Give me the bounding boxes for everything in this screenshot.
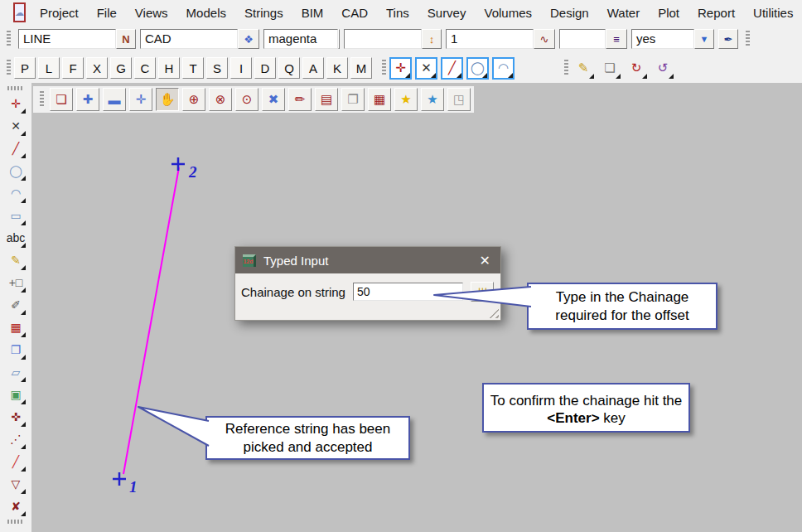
intersection-snap-icon[interactable]: ✕: [415, 57, 437, 80]
toolbar-grip[interactable]: [7, 86, 24, 90]
menu-item[interactable]: Volumes: [475, 4, 541, 22]
zoom-previous-icon[interactable]: ⊙: [235, 88, 258, 111]
measure-icon[interactable]: ✐: [5, 294, 27, 316]
draw-profile-icon[interactable]: ✎: [572, 56, 595, 80]
model-input[interactable]: CAD: [140, 29, 238, 49]
cad-toolbar-icon[interactable]: ☁: [13, 2, 26, 22]
close-icon[interactable]: ✕: [477, 253, 493, 268]
toolbar-grip[interactable]: [7, 60, 11, 76]
recalc-profile-icon[interactable]: ↺: [651, 56, 674, 80]
zoom-scale-icon[interactable]: ⊕: [182, 88, 205, 111]
cad-key[interactable]: A: [302, 57, 324, 79]
string-name-input[interactable]: LINE: [18, 29, 116, 49]
fence-icon[interactable]: ▽: [5, 473, 27, 495]
menu-item[interactable]: Models: [177, 4, 235, 22]
offset-point-icon[interactable]: ⋰: [5, 428, 27, 450]
grid-icon[interactable]: ▦: [5, 317, 27, 338]
cad-key[interactable]: M: [350, 57, 372, 79]
snap-favourites-icon[interactable]: ★: [421, 88, 444, 111]
menu-item[interactable]: Report: [688, 4, 744, 22]
tin-icon[interactable]: ∿: [534, 29, 555, 49]
height-input[interactable]: [344, 29, 422, 49]
menu-item[interactable]: Project: [31, 4, 88, 22]
cad-key[interactable]: C: [134, 57, 156, 79]
point-snap-icon[interactable]: ✛: [389, 57, 412, 80]
paste-profile-icon[interactable]: ❏: [598, 56, 621, 80]
redraw-icon[interactable]: ✏: [288, 88, 312, 111]
menu-item[interactable]: File: [88, 4, 126, 22]
resize-grip[interactable]: [488, 307, 499, 318]
cad-key[interactable]: T: [182, 57, 204, 79]
zoom-out-icon[interactable]: ▬: [103, 88, 126, 111]
new-view-icon[interactable]: ❏: [50, 88, 73, 111]
zoom-shrink-icon[interactable]: ⊗: [209, 88, 232, 111]
cad-key[interactable]: X: [86, 57, 108, 79]
dialog-titlebar[interactable]: 12d Typed Input ✕: [235, 247, 500, 273]
linestyle-icon[interactable]: ≡: [606, 29, 627, 49]
cancel-redraw-icon[interactable]: ✖: [262, 88, 285, 111]
toolbar-grip[interactable]: [40, 91, 44, 108]
create-circle-icon[interactable]: ◯: [5, 160, 27, 181]
grid-view-icon[interactable]: ▦: [368, 88, 391, 111]
line-snap-icon[interactable]: ╱: [441, 57, 463, 80]
copy-view-icon[interactable]: ❐: [341, 88, 365, 111]
delete-point-icon[interactable]: ✘: [5, 496, 27, 517]
model-layers-icon[interactable]: ❖: [238, 29, 259, 49]
menu-item[interactable]: Water: [598, 4, 649, 22]
name-box-icon[interactable]: N: [116, 29, 136, 49]
cad-key[interactable]: D: [254, 57, 276, 79]
cad-key[interactable]: H: [158, 57, 180, 79]
eyedropper-icon[interactable]: ✒: [718, 29, 738, 49]
intersection-icon[interactable]: ✕: [5, 115, 27, 137]
flip-profile-icon[interactable]: ↻: [625, 56, 648, 80]
corner-view-icon[interactable]: ◳: [447, 88, 471, 111]
menu-item[interactable]: BIM: [292, 4, 333, 22]
arc-snap-icon[interactable]: ◠: [492, 57, 515, 80]
toolbar-grip[interactable]: [7, 520, 24, 524]
toolbar-grip[interactable]: [382, 60, 386, 76]
image-icon[interactable]: ▣: [5, 384, 27, 405]
cad-key[interactable]: Q: [278, 57, 300, 79]
edit-colour-icon[interactable]: ✎: [5, 249, 27, 271]
create-point-icon[interactable]: ✛: [5, 93, 27, 114]
cad-key[interactable]: S: [206, 57, 228, 79]
chevron-down-icon[interactable]: ▼: [694, 29, 714, 49]
colour-input[interactable]: magenta: [263, 29, 338, 49]
menu-item[interactable]: Survey: [418, 4, 476, 22]
circle-snap-icon[interactable]: ◯: [466, 57, 489, 80]
menu-item[interactable]: Tins: [377, 4, 418, 22]
menu-item[interactable]: Strings: [235, 4, 292, 22]
zoom-extents-icon[interactable]: ✛: [129, 88, 152, 111]
toolbar-grip[interactable]: [7, 31, 11, 47]
ruler-icon[interactable]: ☰: [471, 282, 494, 302]
create-symbol-icon[interactable]: +□: [5, 272, 27, 293]
colour-swatch-icon[interactable]: [338, 29, 340, 49]
colour-line-icon[interactable]: ╱: [5, 451, 27, 472]
height-ruler-icon[interactable]: ↕: [422, 29, 442, 49]
weight-input[interactable]: 1: [446, 29, 534, 49]
breakline-input[interactable]: yes: [631, 29, 694, 49]
toolbar-grip[interactable]: [746, 31, 750, 47]
cad-key[interactable]: K: [326, 57, 348, 79]
cad-key[interactable]: I: [230, 57, 252, 79]
create-text-icon[interactable]: abc: [5, 227, 27, 249]
zoom-in-icon[interactable]: ✚: [76, 88, 99, 111]
menu-item[interactable]: Utilities: [744, 4, 802, 22]
style-input[interactable]: [559, 29, 606, 49]
create-arc-icon[interactable]: ◠: [5, 182, 27, 204]
print-icon[interactable]: ▤: [315, 88, 338, 111]
copy-window-icon[interactable]: ❐: [5, 339, 27, 360]
move-icon[interactable]: ✜: [5, 406, 27, 428]
menu-item[interactable]: Design: [541, 4, 598, 22]
cad-key[interactable]: F: [62, 57, 84, 79]
menu-item[interactable]: CAD: [332, 4, 377, 22]
menu-item[interactable]: Plot: [649, 4, 688, 22]
chainage-input[interactable]: 50: [353, 283, 463, 301]
pan-icon[interactable]: ✋: [156, 88, 179, 111]
favourites-icon[interactable]: ★: [394, 88, 418, 111]
cad-key[interactable]: L: [38, 57, 60, 79]
polygon-icon[interactable]: ▱: [5, 361, 27, 383]
create-rectangle-icon[interactable]: ▭: [5, 205, 27, 226]
toolbar-grip[interactable]: [564, 60, 568, 76]
cad-key[interactable]: G: [110, 57, 132, 79]
